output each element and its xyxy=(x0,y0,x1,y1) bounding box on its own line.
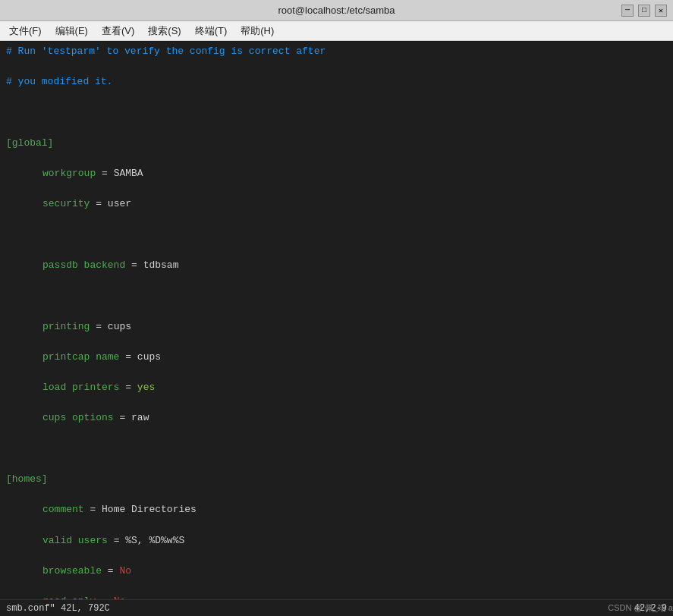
status-bar: smb.conf" 42L, 792C 42,2-9 CSDN @ 佩_端 a xyxy=(0,599,673,616)
menu-edit[interactable]: 编辑(E) xyxy=(49,23,94,39)
csdn-badge: CSDN @ 佩_端 a xyxy=(608,602,673,614)
menu-bar: 文件(F) 编辑(E) 查看(V) 搜索(S) 终端(T) 帮助(H) xyxy=(0,21,673,41)
window-title: root@localhost:/etc/samba xyxy=(52,5,621,16)
minimize-button[interactable]: ─ xyxy=(621,5,634,17)
menu-view[interactable]: 查看(V) xyxy=(96,23,140,39)
menu-file[interactable]: 文件(F) xyxy=(3,23,48,39)
close-button[interactable]: ✕ xyxy=(655,5,667,17)
menu-search[interactable]: 搜索(S) xyxy=(142,23,187,39)
menu-terminal[interactable]: 终端(T) xyxy=(189,23,234,39)
editor[interactable]: # Run 'testparm' to verify the config is… xyxy=(0,41,673,599)
window-controls[interactable]: ─ □ ✕ xyxy=(621,5,667,17)
editor-content: # Run 'testparm' to verify the config is… xyxy=(6,44,667,599)
maximize-button[interactable]: □ xyxy=(638,5,650,17)
title-bar: root@localhost:/etc/samba ─ □ ✕ xyxy=(0,0,673,21)
menu-help[interactable]: 帮助(H) xyxy=(234,23,280,39)
status-left: smb.conf" 42L, 792C xyxy=(6,603,110,614)
